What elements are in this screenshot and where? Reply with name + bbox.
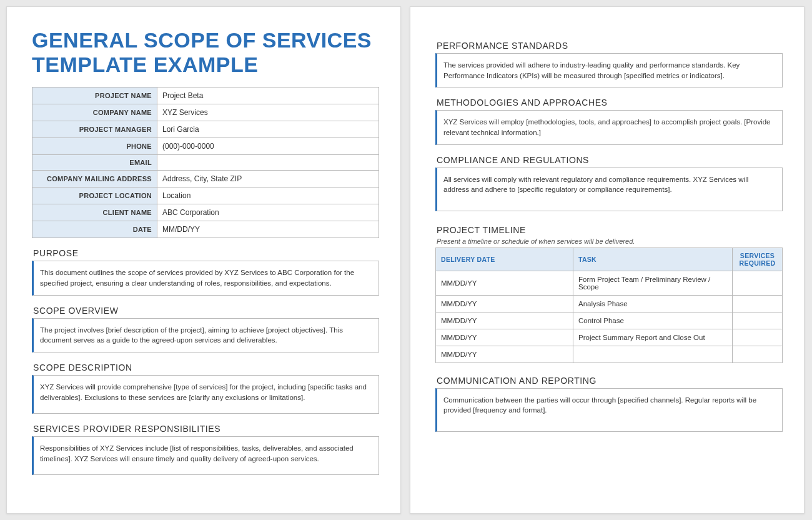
- section-heading-responsibilities: SERVICES PROVIDER RESPONSIBILITIES: [33, 424, 379, 434]
- section-body-performance: The services provided will adhere to ind…: [435, 53, 783, 88]
- info-value: XYZ Services: [157, 104, 379, 121]
- info-value: Project Beta: [157, 88, 379, 104]
- info-value: Lori Garcia: [157, 121, 379, 138]
- project-info-table: PROJECT NAME Project Beta COMPANY NAME X…: [32, 87, 379, 238]
- timeline-req: [733, 312, 783, 329]
- table-row: MM/DD/YY: [436, 346, 783, 362]
- timeline-date: MM/DD/YY: [436, 295, 573, 312]
- section-body-communication: Communication between the parties will o…: [435, 388, 783, 432]
- table-row: PROJECT LOCATION Location: [32, 188, 379, 204]
- section-body-compliance: All services will comply with relevant r…: [435, 168, 783, 211]
- table-row: PHONE (000)-000-0000: [32, 138, 379, 155]
- timeline-task: Control Phase: [573, 312, 733, 329]
- section-heading-methodologies: METHODOLOGIES AND APPROACHES: [437, 98, 783, 108]
- timeline-date: MM/DD/YY: [436, 271, 573, 295]
- info-label: EMAIL: [32, 155, 157, 171]
- info-value: (000)-000-0000: [157, 138, 379, 155]
- table-row: DATE MM/DD/YY: [32, 221, 379, 238]
- timeline-task: Project Summary Report and Close Out: [573, 329, 733, 346]
- timeline-date: MM/DD/YY: [436, 329, 573, 346]
- info-value: Address, City, State ZIP: [157, 171, 379, 188]
- timeline-date: MM/DD/YY: [436, 346, 573, 362]
- col-task: TASK: [573, 248, 733, 271]
- timeline-req: [733, 329, 783, 346]
- info-label: DATE: [32, 221, 157, 238]
- timeline-task: Form Project Team / Preliminary Review /…: [573, 271, 733, 295]
- timeline-req: [733, 295, 783, 312]
- info-label: COMPANY NAME: [32, 104, 157, 121]
- table-row: MM/DD/YY Form Project Team / Preliminary…: [436, 271, 783, 295]
- page-2: PERFORMANCE STANDARDS The services provi…: [410, 6, 805, 514]
- table-row: PROJECT MANAGER Lori Garcia: [32, 121, 379, 138]
- timeline-req: [733, 346, 783, 362]
- table-row: COMPANY NAME XYZ Services: [32, 104, 379, 121]
- timeline-table: DELIVERY DATE TASK SERVICES REQUIRED MM/…: [435, 248, 783, 363]
- section-heading-description: SCOPE DESCRIPTION: [33, 362, 379, 372]
- section-heading-communication: COMMUNICATION AND REPORTING: [437, 376, 783, 386]
- section-body-overview: The project involves [brief description …: [32, 318, 379, 352]
- table-row: EMAIL: [32, 155, 379, 171]
- info-value: Location: [157, 188, 379, 204]
- timeline-date: MM/DD/YY: [436, 312, 573, 329]
- info-label: PROJECT MANAGER: [32, 121, 157, 138]
- table-header-row: DELIVERY DATE TASK SERVICES REQUIRED: [436, 248, 783, 271]
- col-services-required: SERVICES REQUIRED: [733, 248, 783, 271]
- section-body-purpose: This document outlines the scope of serv…: [32, 261, 379, 295]
- table-row: COMPANY MAILING ADDRESS Address, City, S…: [32, 171, 379, 188]
- table-row: MM/DD/YY Control Phase: [436, 312, 783, 329]
- info-value: [157, 155, 379, 171]
- info-label: PHONE: [32, 138, 157, 155]
- table-row: MM/DD/YY Project Summary Report and Clos…: [436, 329, 783, 346]
- col-delivery-date: DELIVERY DATE: [436, 248, 573, 271]
- section-body-description: XYZ Services will provide comprehensive …: [32, 375, 379, 414]
- timeline-task: Analysis Phase: [573, 295, 733, 312]
- section-body-methodologies: XYZ Services will employ [methodologies,…: [435, 110, 783, 144]
- document-viewport: GENERAL SCOPE OF SERVICES TEMPLATE EXAMP…: [0, 0, 812, 520]
- document-title: GENERAL SCOPE OF SERVICES TEMPLATE EXAMP…: [32, 28, 379, 77]
- info-label: CLIENT NAME: [32, 204, 157, 221]
- timeline-task: [573, 346, 733, 362]
- section-heading-timeline: PROJECT TIMELINE: [437, 225, 783, 235]
- table-row: MM/DD/YY Analysis Phase: [436, 295, 783, 312]
- info-value: MM/DD/YY: [157, 221, 379, 238]
- info-value: ABC Corporation: [157, 204, 379, 221]
- info-label: PROJECT LOCATION: [32, 188, 157, 204]
- table-row: CLIENT NAME ABC Corporation: [32, 204, 379, 221]
- section-heading-purpose: PURPOSE: [33, 248, 379, 258]
- section-heading-performance: PERFORMANCE STANDARDS: [437, 41, 783, 51]
- info-label: PROJECT NAME: [32, 88, 157, 104]
- section-body-responsibilities: Responsibilities of XYZ Services include…: [32, 436, 379, 475]
- info-label: COMPANY MAILING ADDRESS: [32, 171, 157, 188]
- section-subheading-timeline: Present a timeline or schedule of when s…: [437, 238, 783, 245]
- section-heading-overview: SCOPE OVERVIEW: [33, 306, 379, 316]
- table-row: PROJECT NAME Project Beta: [32, 88, 379, 104]
- timeline-req: [733, 271, 783, 295]
- section-heading-compliance: COMPLIANCE AND REGULATIONS: [437, 155, 783, 165]
- page-1: GENERAL SCOPE OF SERVICES TEMPLATE EXAMP…: [6, 6, 401, 514]
